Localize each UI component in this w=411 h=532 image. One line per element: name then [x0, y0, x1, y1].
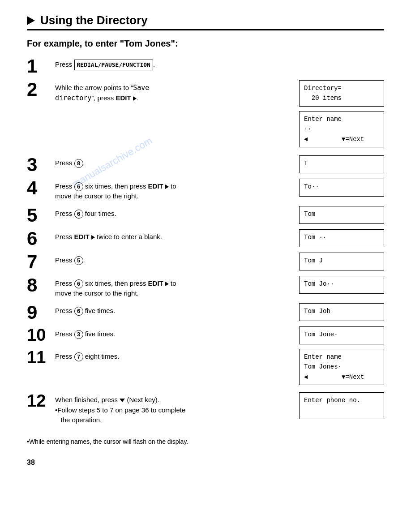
step-8-content: Press 6 six times, then press EDIT tomov…	[55, 276, 299, 299]
step-10-number: 10	[27, 326, 51, 343]
step-7-row: 7 Press 5. Tom J	[27, 253, 384, 271]
arrow-icon	[27, 16, 35, 25]
step-4-number: 4	[27, 179, 51, 197]
key-6-icon-a: 6	[74, 182, 83, 191]
step-12-row: 12 When finished, press (Next key). •Fol…	[27, 392, 384, 425]
display-box-4: To··	[299, 179, 384, 197]
step-7-left: 7 Press 5.	[27, 253, 299, 271]
step-12-content: When finished, press (Next key). •Follow…	[55, 392, 299, 425]
step-10-row: 10 Press 3 five times. Tom Jone·	[27, 326, 384, 344]
step-11-number: 11	[27, 349, 51, 366]
footer-note: •While entering names, the cursor will f…	[27, 438, 384, 445]
example-title: For example, to enter "Tom Jones":	[27, 39, 384, 49]
display-box-11: Enter name Tom Jones· ◄ ▼=Next	[299, 349, 384, 385]
step-8-right: Tom Jo··	[299, 276, 384, 294]
step-2-left: 2 While the arrow points to “Savedirecto…	[27, 80, 299, 103]
step-12-number: 12	[27, 392, 51, 409]
step-6-row: 6 Press EDIT twice to enter a blank. Tom…	[27, 229, 384, 248]
display-box-2: Directory= 20 items	[299, 80, 384, 107]
step-5-content: Press 6 four times.	[55, 206, 299, 219]
step-1-number: 1	[27, 57, 51, 76]
step-6-right: Tom ··	[299, 229, 384, 247]
step-1-content: Press REDIAL/PAUSE/FUNCTION.	[55, 57, 384, 70]
step-11-right: Enter name Tom Jones· ◄ ▼=Next	[299, 349, 384, 385]
steps-container: 1 Press REDIAL/PAUSE/FUNCTION. 2 While t…	[27, 57, 384, 430]
step-4-content: Press 6 six times, then press EDIT tomov…	[55, 179, 299, 202]
step-5-left: 5 Press 6 four times.	[27, 206, 299, 225]
step-5-right: Tom	[299, 206, 384, 224]
step-8-row: 8 Press 6 six times, then press EDIT tom…	[27, 276, 384, 299]
key-5-icon: 5	[74, 256, 83, 265]
key-3-icon: 3	[74, 330, 83, 339]
step-9-content: Press 6 five times.	[55, 303, 299, 316]
step-1-row: 1 Press REDIAL/PAUSE/FUNCTION.	[27, 57, 384, 76]
step-11-content: Press 7 eight times.	[55, 349, 299, 362]
step-8-left: 8 Press 6 six times, then press EDIT tom…	[27, 276, 299, 299]
step-3-right: T	[299, 155, 384, 173]
step-2b-left	[27, 111, 299, 114]
step-10-right: Tom Jone·	[299, 326, 384, 344]
next-key-icon	[120, 399, 125, 402]
step-9-row: 9 Press 6 five times. Tom Joh	[27, 303, 384, 322]
step-2-number: 2	[27, 80, 51, 99]
edit-right-icon-3	[91, 235, 95, 240]
step-6-number: 6	[27, 229, 51, 248]
display-box-6: Tom ··	[299, 229, 384, 247]
edit-right-icon-2	[165, 184, 169, 189]
step-3-row: 3 Press 8. T	[27, 155, 384, 174]
header-divider	[27, 29, 384, 30]
step-10-left: 10 Press 3 five times.	[27, 326, 299, 343]
step-2b-content	[51, 111, 299, 114]
step-4-right: To··	[299, 179, 384, 197]
step-2-right: Directory= 20 items	[299, 80, 384, 107]
step-9-left: 9 Press 6 five times.	[27, 303, 299, 322]
step-2b-right: Enter name ·· ◄ ▼=Next	[299, 111, 384, 147]
display-box-3: T	[299, 155, 384, 173]
display-box-9: Tom Joh	[299, 303, 384, 321]
step-7-right: Tom J	[299, 253, 384, 270]
step-3-content: Press 8.	[55, 155, 299, 168]
step-12-left: 12 When finished, press (Next key). •Fol…	[27, 392, 299, 425]
page-header: Using the Directory	[27, 13, 384, 27]
step-7-content: Press 5.	[55, 253, 299, 266]
display-box-12: Enter phone no.	[299, 392, 384, 419]
step-11-left: 11 Press 7 eight times.	[27, 349, 299, 366]
step-6-left: 6 Press EDIT twice to enter a blank.	[27, 229, 299, 248]
step-3-left: 3 Press 8.	[27, 155, 299, 174]
key-8-icon: 8	[74, 159, 83, 168]
step-11-row: 11 Press 7 eight times. Enter name Tom J…	[27, 349, 384, 385]
step-9-right: Tom Joh	[299, 303, 384, 321]
step-2b-row: Enter name ·· ◄ ▼=Next	[27, 111, 384, 147]
step-9-number: 9	[27, 303, 51, 322]
display-box-2b: Enter name ·· ◄ ▼=Next	[299, 111, 384, 147]
display-box-10: Tom Jone·	[299, 326, 384, 344]
step-2-row: 2 While the arrow points to “Savedirecto…	[27, 80, 384, 107]
step-4-left: 4 Press 6 six times, then press EDIT tom…	[27, 179, 299, 202]
page-number: 38	[27, 459, 384, 467]
step-4-row: 4 Press 6 six times, then press EDIT tom…	[27, 179, 384, 202]
step-6-content: Press EDIT twice to enter a blank.	[55, 229, 299, 242]
step-5-row: 5 Press 6 four times. Tom	[27, 206, 384, 225]
key-6-icon-c: 6	[74, 279, 83, 288]
step-5-number: 5	[27, 206, 51, 225]
step-3-number: 3	[27, 155, 51, 174]
step-7-number: 7	[27, 253, 51, 271]
edit-right-icon-4	[165, 282, 169, 286]
step-10-content: Press 3 five times.	[55, 326, 299, 339]
display-box-8: Tom Jo··	[299, 276, 384, 294]
display-box-5: Tom	[299, 206, 384, 224]
key-7-icon: 7	[74, 352, 83, 361]
key-6-icon-d: 6	[74, 307, 83, 316]
page-title: Using the Directory	[40, 13, 148, 27]
step-8-number: 8	[27, 276, 51, 295]
step-2-content: While the arrow points to “Savedirectory…	[55, 80, 299, 103]
display-box-7: Tom J	[299, 253, 384, 270]
redial-button-label: REDIAL/PAUSE/FUNCTION	[74, 60, 153, 70]
key-6-icon-b: 6	[74, 210, 83, 219]
edit-right-icon	[133, 96, 137, 101]
step-12-right: Enter phone no.	[299, 392, 384, 419]
